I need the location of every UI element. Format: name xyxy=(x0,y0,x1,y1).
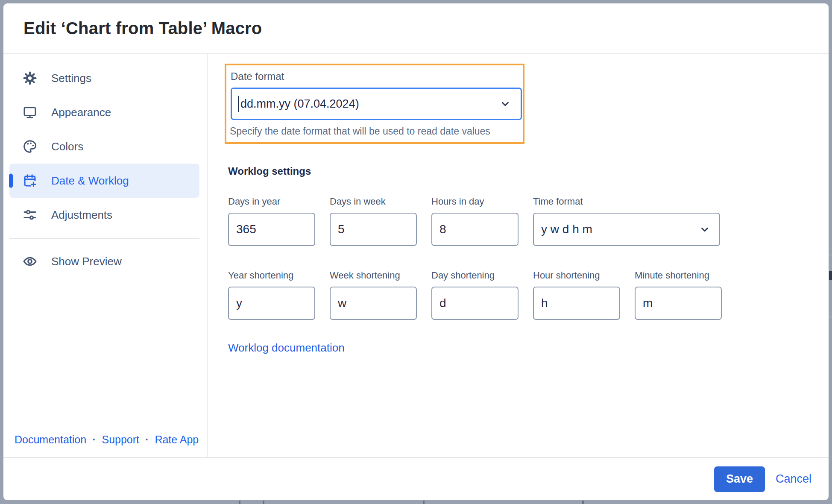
sidebar-item-label: Colors xyxy=(51,140,83,153)
days-in-week-input[interactable] xyxy=(330,213,417,246)
link-separator: · xyxy=(92,434,96,446)
worklog-row-1: Days in year Days in week Hours in day T… xyxy=(228,196,829,246)
year-shortening-label: Year shortening xyxy=(228,270,315,281)
selected-indicator xyxy=(9,174,13,188)
days-in-week-field: Days in week xyxy=(330,196,417,246)
edit-macro-dialog: Edit ‘Chart from Table’ Macro xyxy=(3,3,829,500)
minute-shortening-label: Minute shortening xyxy=(635,270,722,281)
sidebar-footer-links: Documentation · Support · Rate App xyxy=(15,434,199,446)
date-format-help: Specify the date format that will be use… xyxy=(230,126,519,137)
link-separator: · xyxy=(145,434,149,446)
worklog-settings-heading: Worklog settings xyxy=(228,165,829,177)
sidebar-item-settings[interactable]: Settings xyxy=(9,61,199,95)
sidebar-item-label: Date & Worklog xyxy=(51,174,129,188)
sliders-icon xyxy=(23,208,37,222)
hours-in-day-label: Hours in day xyxy=(431,196,519,207)
date-format-value: dd.mm.yy (07.04.2024) xyxy=(240,97,359,111)
sidebar-item-colors[interactable]: Colors xyxy=(9,129,199,164)
sidebar-item-appearance[interactable]: Appearance xyxy=(9,95,199,129)
rate-app-link[interactable]: Rate App xyxy=(155,434,199,446)
sidebar-item-label: Appearance xyxy=(51,106,111,119)
dialog-body: Settings Appearance xyxy=(3,54,829,457)
show-preview-label: Show Preview xyxy=(51,255,122,268)
hour-shortening-input[interactable] xyxy=(533,287,620,320)
gear-icon xyxy=(23,71,37,85)
hour-shortening-field: Hour shortening xyxy=(533,270,620,320)
day-shortening-label: Day shortening xyxy=(431,270,519,281)
date-format-label: Date format xyxy=(231,70,519,82)
show-preview-button[interactable]: Show Preview xyxy=(9,244,199,278)
days-in-year-input[interactable] xyxy=(228,213,315,246)
date-format-value-wrap: dd.mm.yy (07.04.2024) xyxy=(238,96,359,112)
sidebar-item-label: Settings xyxy=(51,72,91,85)
sidebar-item-adjustments[interactable]: Adjustments xyxy=(9,198,199,232)
chevron-down-icon xyxy=(499,98,511,110)
week-shortening-field: Week shortening xyxy=(330,270,417,320)
time-format-select[interactable]: y w d h m xyxy=(533,213,720,246)
background-table-border xyxy=(239,501,240,504)
background-table-border xyxy=(582,501,584,504)
week-shortening-label: Week shortening xyxy=(330,270,417,281)
days-in-week-label: Days in week xyxy=(330,196,417,207)
date-format-select[interactable]: dd.mm.yy (07.04.2024) xyxy=(231,88,522,120)
year-shortening-field: Year shortening xyxy=(228,270,315,320)
dialog-header: Edit ‘Chart from Table’ Macro xyxy=(3,3,829,54)
support-link[interactable]: Support xyxy=(102,434,139,446)
background-table-border xyxy=(423,501,425,504)
eye-icon xyxy=(23,254,37,269)
time-format-value: y w d h m xyxy=(541,223,592,236)
time-format-label: Time format xyxy=(533,196,720,207)
save-button[interactable]: Save xyxy=(714,466,765,492)
hours-in-day-input[interactable] xyxy=(431,213,519,246)
calendar-plus-icon xyxy=(23,173,37,188)
chevron-down-icon xyxy=(699,223,711,235)
days-in-year-label: Days in year xyxy=(228,196,315,207)
year-shortening-input[interactable] xyxy=(228,287,315,320)
cancel-button[interactable]: Cancel xyxy=(776,472,811,486)
background-page-fragment xyxy=(829,271,832,280)
settings-panel: Date format dd.mm.yy (07.04.2024) Specif… xyxy=(208,54,829,457)
minute-shortening-input[interactable] xyxy=(635,287,722,320)
time-format-field: Time format y w d h m xyxy=(533,196,720,246)
palette-icon xyxy=(23,139,37,154)
week-shortening-input[interactable] xyxy=(330,287,417,320)
monitor-icon xyxy=(23,105,37,120)
days-in-year-field: Days in year xyxy=(228,196,315,246)
documentation-link[interactable]: Documentation xyxy=(15,434,86,446)
background-table-border xyxy=(263,501,264,504)
sidebar-item-date-worklog[interactable]: Date & Worklog xyxy=(9,164,199,198)
dialog-footer: Save Cancel xyxy=(3,457,829,500)
hours-in-day-field: Hours in day xyxy=(431,196,519,246)
date-format-highlight: Date format dd.mm.yy (07.04.2024) Specif… xyxy=(225,64,524,144)
hour-shortening-label: Hour shortening xyxy=(533,270,620,281)
background-page-line xyxy=(829,316,832,317)
day-shortening-field: Day shortening xyxy=(431,270,519,320)
worklog-row-2: Year shortening Week shortening Day shor… xyxy=(228,270,829,320)
day-shortening-input[interactable] xyxy=(431,287,519,320)
dialog-title: Edit ‘Chart from Table’ Macro xyxy=(23,19,262,38)
background-page-line xyxy=(829,255,832,255)
minute-shortening-field: Minute shortening xyxy=(635,270,722,320)
text-cursor xyxy=(238,96,239,112)
sidebar-item-label: Adjustments xyxy=(51,208,112,222)
sidebar: Settings Appearance xyxy=(3,54,208,457)
sidebar-divider xyxy=(9,238,199,239)
screen-background: Edit ‘Chart from Table’ Macro xyxy=(0,0,832,504)
worklog-documentation-link[interactable]: Worklog documentation xyxy=(228,341,345,355)
